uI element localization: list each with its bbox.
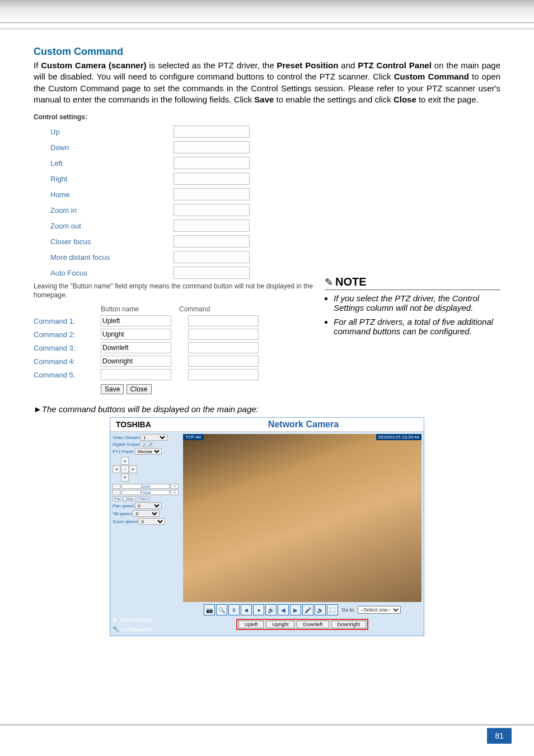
button-name-input[interactable] (101, 342, 171, 353)
command-input[interactable] (188, 315, 259, 326)
zoom-row: −Zoom+ (113, 484, 179, 489)
command-input[interactable] (188, 329, 259, 340)
select-pan-speed[interactable]: 0 (135, 502, 162, 509)
pencil-icon: ✎ (325, 276, 333, 288)
dpad-control[interactable]: ▲ ◄⌂► ▼ (113, 457, 179, 482)
control-input[interactable] (174, 267, 250, 279)
command-row: Command 5: (34, 369, 313, 380)
control-settings-table: UpDownLeftRightHomeZoom inZoom outCloser… (50, 125, 313, 279)
pan-stop-patrol-row: PanStopPatrol (113, 496, 179, 501)
command-input[interactable] (188, 342, 259, 353)
control-input[interactable] (174, 251, 250, 263)
custom-command-button[interactable]: Downleft (297, 620, 329, 628)
control-input[interactable] (174, 141, 250, 153)
patrol-button[interactable]: Patrol (137, 496, 150, 501)
command-row-label: Command 5: (34, 371, 101, 379)
select-tilt-speed[interactable]: 0 (133, 510, 160, 517)
select-zoom-speed[interactable]: 0 (138, 518, 165, 525)
command-row: Command 2: (34, 329, 313, 340)
zoom-minus-button[interactable]: − (113, 484, 120, 489)
label-video-stream: Video Stream (113, 435, 139, 440)
control-row: Auto Focus (50, 267, 313, 279)
gear-icon: ⚙ (113, 617, 118, 623)
stop-icon[interactable]: ■ (241, 604, 252, 615)
close-button[interactable]: Close (127, 384, 152, 394)
command-input[interactable] (188, 356, 259, 367)
snapshot-icon[interactable]: 📷 (204, 604, 215, 615)
note-item: For all PTZ drivers, a total of five add… (334, 317, 500, 336)
camera-title: Network Camera (183, 419, 424, 430)
control-row: Closer focus (50, 235, 313, 248)
example-caption: ►The command buttons will be displayed o… (34, 404, 500, 414)
label-tilt-speed: Tilt speed (113, 511, 132, 516)
control-label: Left (50, 159, 174, 167)
note-title: NOTE (335, 276, 367, 288)
fullscreen-icon[interactable]: ⛶ (327, 604, 338, 615)
select-video-stream[interactable]: 1 (140, 434, 167, 441)
control-input[interactable] (174, 157, 250, 169)
goto-select[interactable]: --Select one-- (358, 606, 401, 614)
focus-plus-button[interactable]: + (171, 490, 179, 495)
pan-button[interactable]: Pan (113, 496, 123, 501)
button-name-input[interactable] (101, 329, 171, 340)
command-input[interactable] (188, 369, 259, 380)
select-ptz-panel[interactable]: Mechani (135, 448, 162, 455)
command-rows: Command 1:Command 2:Command 3:Command 4:… (34, 315, 313, 380)
control-settings-heading: Control settings: (34, 113, 313, 121)
stop-button[interactable]: Stop (124, 496, 135, 501)
control-input[interactable] (174, 172, 250, 185)
hint-text: Leaving the "Button name" field empty me… (34, 282, 313, 300)
zoom-icon[interactable]: 🔍 (216, 604, 227, 615)
command-row: Command 4: (34, 356, 313, 367)
mic-icon[interactable]: 🎤 (302, 604, 313, 615)
command-row: Command 3: (34, 342, 313, 353)
button-name-input[interactable] (101, 369, 171, 380)
record-icon[interactable]: ● (253, 604, 264, 615)
control-label: Right (50, 175, 174, 183)
control-input[interactable] (174, 204, 250, 216)
custom-command-button[interactable]: Upleft (238, 620, 264, 628)
dpad-right[interactable]: ► (129, 465, 137, 473)
button-name-input[interactable] (101, 356, 171, 367)
note-box: ✎ NOTE If you select the PTZ driver, the… (325, 276, 500, 336)
control-input[interactable] (174, 235, 250, 248)
control-row: Right (50, 172, 313, 185)
control-label: Closer focus (50, 237, 174, 246)
play-icon[interactable]: ▶ (290, 604, 301, 615)
dpad-down[interactable]: ▼ (121, 474, 129, 482)
link-configuration[interactable]: Configuration (121, 627, 152, 632)
custom-command-button[interactable]: Upright (266, 620, 294, 628)
pause-icon[interactable]: ⏸ (228, 604, 240, 615)
dpad-up[interactable]: ▲ (121, 457, 129, 465)
focus-label: Focus (121, 490, 170, 495)
button-name-input[interactable] (101, 315, 171, 326)
control-label: Down (50, 143, 174, 152)
digital-output-toggle[interactable]: on off (140, 442, 153, 447)
volume-up-icon[interactable]: 🔊 (265, 604, 277, 615)
mic-slider-icon[interactable]: 🔉 (315, 604, 326, 615)
control-row: More distant focus (50, 251, 313, 263)
top-divider (0, 29, 534, 29)
dpad-home[interactable]: ⌂ (121, 465, 129, 473)
brand-logo: TOSHIBA (110, 418, 183, 431)
link-client-settings[interactable]: Client Settings (120, 617, 152, 623)
focus-minus-button[interactable]: − (113, 490, 120, 495)
control-input[interactable] (174, 220, 250, 232)
command-row-label: Command 2: (34, 330, 101, 339)
custom-command-button[interactable]: Downright (331, 620, 367, 628)
command-table-header: Button name Command (34, 305, 313, 313)
control-row: Home (50, 188, 313, 200)
control-row: Down (50, 141, 313, 153)
dpad-left[interactable]: ◄ (113, 465, 120, 473)
save-button[interactable]: Save (101, 384, 124, 394)
control-input[interactable] (174, 125, 250, 138)
volume-slider-icon[interactable]: ◀ (278, 604, 289, 615)
label-ptz-panel: PTZ Panel (113, 449, 134, 454)
command-row: Command 1: (34, 315, 313, 326)
camera-ui-screenshot: TOSHIBA Network Camera Video Stream 1 Di… (110, 417, 424, 636)
control-row: Zoom in (50, 204, 313, 216)
control-label: Zoom in (50, 206, 174, 214)
label-digital-output: Digital Output (113, 442, 139, 447)
control-input[interactable] (174, 188, 250, 200)
zoom-plus-button[interactable]: + (171, 484, 179, 489)
